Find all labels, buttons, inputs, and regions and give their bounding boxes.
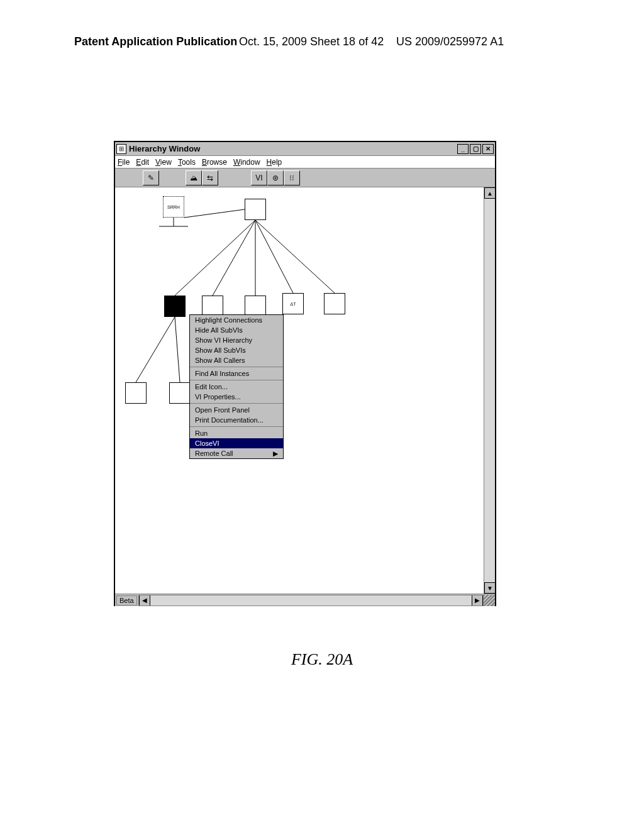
toolbar-globe-button[interactable]: ⊛ <box>267 170 284 185</box>
context-menu: Highlight Connections Hide All SubVIs Sh… <box>189 314 284 459</box>
vi-node-mid-1[interactable] <box>164 296 186 317</box>
menu-remote-call[interactable]: Remote Call ▶ <box>190 448 283 458</box>
toolbar-tree-horiz-button[interactable]: ⇆ <box>202 170 218 185</box>
page-header-left: Patent Application Publication <box>74 35 237 48</box>
maximize-button[interactable]: ▢ <box>470 144 481 154</box>
vi-node-top-left[interactable]: SRRH <box>163 196 184 218</box>
vi-node-bottom-1[interactable] <box>125 382 147 404</box>
menu-tools[interactable]: Tools <box>178 158 196 167</box>
toolbar-brush-button[interactable]: ✎ <box>143 170 159 185</box>
svg-line-4 <box>213 220 255 296</box>
menu-close-vi[interactable]: CloseVI <box>190 438 283 448</box>
app-icon: ⊞ <box>116 144 126 154</box>
menu-help[interactable]: Help <box>267 158 282 167</box>
scroll-down-button[interactable]: ▼ <box>484 582 496 594</box>
scroll-left-button[interactable]: ◀ <box>139 595 150 606</box>
menu-file[interactable]: File <box>118 158 130 167</box>
vi-node-bottom-2[interactable] <box>169 382 191 404</box>
vi-node-mid-4[interactable]: ΔT <box>282 293 304 314</box>
canvas: ▲ ▼ SRRH ΔT Highlight <box>115 187 495 594</box>
svg-line-7 <box>255 220 335 293</box>
vi-node-mid-5[interactable] <box>324 293 345 314</box>
svg-line-0 <box>184 209 245 218</box>
vi-node-mid-3[interactable] <box>245 296 266 317</box>
menu-window[interactable]: Window <box>233 158 260 167</box>
menu-find-all-instances[interactable]: Find All Instances <box>190 368 283 379</box>
menu-vi-properties[interactable]: VI Properties... <box>190 392 283 402</box>
menu-browse[interactable]: Browse <box>202 158 227 167</box>
menubar: File Edit View Tools Browse Window Help <box>115 156 495 169</box>
close-button[interactable]: ✕ <box>482 144 494 154</box>
menu-show-vi-hierarchy[interactable]: Show VI Hierarchy <box>190 335 283 345</box>
menu-remote-call-label: Remote Call <box>195 450 233 457</box>
titlebar: ⊞ Hierarchy Window _ ▢ ✕ <box>115 142 495 156</box>
toolbar: ✎ ⛰ ⇆ VI ⊛ ⁝⁝ <box>115 169 495 187</box>
horizontal-scrollbar[interactable]: ◀ ▶ <box>138 595 484 606</box>
minimize-button[interactable]: _ <box>457 144 469 154</box>
menu-edit[interactable]: Edit <box>136 158 149 167</box>
vi-node-top-center[interactable] <box>245 199 266 220</box>
scroll-up-button[interactable]: ▲ <box>484 187 496 199</box>
menu-edit-icon[interactable]: Edit Icon... <box>190 382 283 392</box>
svg-line-8 <box>136 317 175 382</box>
toolbar-vi-button[interactable]: VI <box>251 170 267 185</box>
resize-grip[interactable] <box>484 595 495 606</box>
menu-hide-all-subvis[interactable]: Hide All SubVIs <box>190 325 283 335</box>
menu-highlight-connections[interactable]: Highlight Connections <box>190 315 283 325</box>
figure-caption: FIG. 20A <box>0 650 644 669</box>
menu-show-all-subvis[interactable]: Show All SubVIs <box>190 345 283 355</box>
statusbar: Beta ◀ ▶ <box>115 594 495 606</box>
menu-view[interactable]: View <box>155 158 172 167</box>
menu-print-documentation[interactable]: Print Documentation... <box>190 415 283 425</box>
hierarchy-window: ⊞ Hierarchy Window _ ▢ ✕ File Edit View … <box>114 141 496 606</box>
window-title: Hierarchy Window <box>129 144 457 153</box>
submenu-arrow-icon: ▶ <box>273 450 278 458</box>
menu-open-front-panel[interactable]: Open Front Panel <box>190 405 283 415</box>
page-header-right: US 2009/0259972 A1 <box>396 35 504 48</box>
vi-node-mid-2[interactable] <box>202 296 223 317</box>
svg-line-3 <box>175 220 255 296</box>
menu-run[interactable]: Run <box>190 428 283 438</box>
page-header-center: Oct. 15, 2009 Sheet 18 of 42 <box>239 35 384 48</box>
scroll-right-button[interactable]: ▶ <box>472 595 483 606</box>
menu-show-all-callers[interactable]: Show All Callers <box>190 355 283 365</box>
status-label: Beta <box>116 595 137 606</box>
toolbar-tree-vert-button[interactable]: ⛰ <box>186 170 202 185</box>
toolbar-layout-button[interactable]: ⁝⁝ <box>284 170 300 185</box>
svg-line-9 <box>175 317 180 382</box>
svg-line-6 <box>255 220 293 293</box>
vertical-scrollbar[interactable]: ▲ ▼ <box>484 187 495 594</box>
